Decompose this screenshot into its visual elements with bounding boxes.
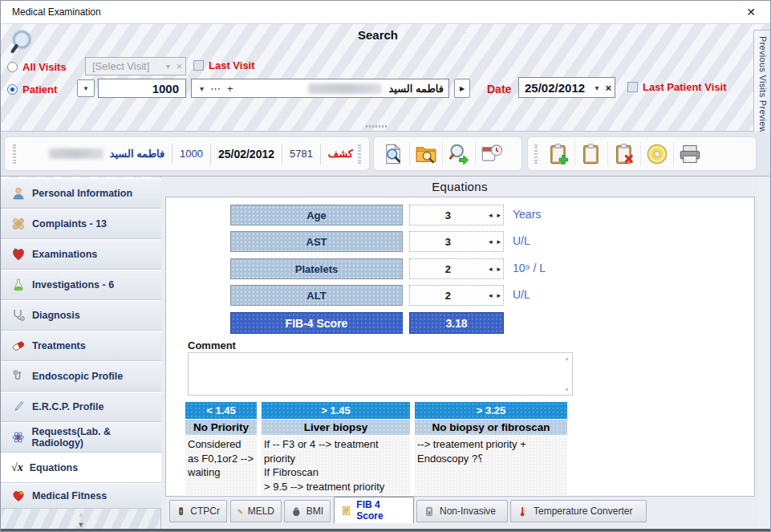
- sidebar-item-label: Equations: [30, 462, 78, 473]
- age-value[interactable]: 3: [410, 209, 486, 221]
- comment-textarea[interactable]: [188, 352, 573, 396]
- ref-range: < 1.45: [185, 402, 257, 419]
- browse-visits-button[interactable]: [410, 140, 442, 169]
- drag-grip[interactable]: [534, 144, 538, 164]
- search-visit-button[interactable]: [377, 140, 409, 169]
- tab-meld[interactable]: MELD: [230, 500, 282, 522]
- platelets-button[interactable]: Platelets: [230, 258, 403, 279]
- age-button[interactable]: Age: [230, 205, 403, 225]
- sidebar-item-complaints[interactable]: Complaints - 13: [1, 209, 161, 239]
- ref-column-low: < 1.45 No Priority Considered as F0,1or2…: [185, 402, 257, 495]
- search-go-button[interactable]: [443, 140, 475, 169]
- drag-grip[interactable]: [13, 144, 16, 164]
- sidebar: Personal Information Complaints - 13 Exa…: [1, 177, 161, 530]
- all-visits-radio[interactable]: [7, 62, 18, 72]
- sidebar-item-diagnosis[interactable]: Diagnosis: [1, 300, 161, 331]
- sidebar-item-medical-fitness[interactable]: Medical Fitness: [1, 483, 161, 509]
- comment-label: Comment: [188, 339, 236, 351]
- tab-ctpcr[interactable]: CTPCr: [169, 500, 227, 522]
- probe-icon: [11, 400, 26, 414]
- sidebar-item-investigations[interactable]: Investigations - 6: [1, 270, 161, 300]
- ref-body: If -- F3 or 4 --> treatment priority If …: [262, 436, 410, 495]
- equations-content: Age 3 ◂ ▸ Years AST 3 ◂ ▸ U/L Platelets …: [165, 197, 755, 497]
- sidebar-item-treatments[interactable]: Treatments: [1, 331, 161, 361]
- last-patient-visit-row: Last Patient Visit: [627, 81, 727, 93]
- open-record-button[interactable]: [575, 140, 607, 169]
- tab-non-invasive[interactable]: Non-Invasive: [416, 500, 508, 522]
- print-button[interactable]: [674, 140, 706, 169]
- sidebar-item-requests[interactable]: Requests(Lab. & Radiology): [1, 422, 161, 453]
- spin-left-icon[interactable]: ◂: [486, 211, 495, 219]
- sidebar-item-equations[interactable]: √x Equations: [1, 453, 161, 483]
- close-icon[interactable]: ✕: [743, 6, 759, 18]
- tab-temperature-converter[interactable]: Temperature Converter: [510, 500, 647, 522]
- export-cd-button[interactable]: [641, 140, 673, 169]
- combo-dropdown-icon[interactable]: ▾: [197, 84, 207, 93]
- patient-label: Patient: [22, 83, 57, 95]
- age-spinner[interactable]: 3 ◂ ▸: [409, 205, 504, 225]
- patient-radio[interactable]: [7, 84, 18, 95]
- scroll-up-icon[interactable]: ▲: [1, 510, 161, 520]
- platelets-spinner[interactable]: 2 ◂ ▸: [409, 258, 504, 279]
- redacted-name-blob: [49, 148, 103, 159]
- clipboard-icon: [580, 143, 603, 165]
- visit-date-button[interactable]: [476, 140, 508, 169]
- fitness-heart-icon: [11, 489, 26, 503]
- tab-label: Temperature Converter: [534, 506, 632, 517]
- visit-info-group: فاطمه السيد 1000 25/02/2012 5781 كشف: [4, 136, 370, 171]
- textarea-scroll-down-icon[interactable]: ▼: [564, 387, 570, 392]
- last-visit-checkbox[interactable]: [193, 60, 204, 71]
- spin-right-icon[interactable]: ▸: [494, 211, 503, 219]
- sidebar-scroll-arrows: ▲ ▼: [1, 510, 161, 530]
- ast-spinner[interactable]: 3 ◂ ▸: [409, 231, 504, 252]
- window-bottom-border: [1, 529, 770, 532]
- folder-search-icon: [415, 143, 437, 165]
- sidebar-item-ercp-profile[interactable]: E.R.C.P. Profile: [1, 392, 161, 422]
- all-visits-label: All Visits: [22, 61, 67, 73]
- combo-plus-icon[interactable]: +: [224, 83, 237, 95]
- combo-resize-grip[interactable]: [366, 125, 387, 128]
- ref-title: No Priority: [185, 420, 257, 435]
- combo-ellipsis-icon[interactable]: ⋯: [207, 83, 224, 95]
- patient-name-combo[interactable]: ▾ ⋯ + فاطمه السيد: [191, 79, 449, 98]
- spin-right-icon[interactable]: ▸: [494, 265, 503, 273]
- pill-icon: [11, 339, 26, 353]
- patient-dropdown-button[interactable]: ▾: [77, 79, 95, 97]
- spin-right-icon[interactable]: ▸: [494, 238, 503, 246]
- endoscope-icon: [11, 369, 26, 384]
- textarea-scroll-up-icon[interactable]: ▲: [564, 355, 570, 361]
- sidebar-item-label: Personal Information: [32, 188, 132, 199]
- next-patient-button[interactable]: ▶: [454, 79, 470, 98]
- sidebar-item-examinations[interactable]: Examinations: [1, 239, 161, 270]
- spin-left-icon[interactable]: ◂: [486, 291, 495, 299]
- platelets-value[interactable]: 2: [410, 263, 486, 275]
- sidebar-item-endoscopic-profile[interactable]: Endoscopic Profile: [1, 361, 161, 392]
- date-dropdown-icon[interactable]: ▾: [591, 83, 602, 92]
- ast-value[interactable]: 3: [410, 236, 486, 248]
- toolbar-visit-code: 5781: [290, 148, 313, 160]
- sidebar-item-personal-information[interactable]: Personal Information: [1, 178, 161, 209]
- traffic-light-icon: [177, 506, 185, 518]
- alt-button[interactable]: ALT: [230, 285, 403, 306]
- previous-visits-preview-tab[interactable]: Previous Visits Preview: [753, 30, 771, 140]
- patient-id-input[interactable]: [98, 79, 186, 98]
- person-icon: [11, 186, 26, 201]
- ast-button[interactable]: AST: [230, 231, 403, 252]
- redacted-name-blob: [308, 83, 382, 94]
- spin-left-icon[interactable]: ◂: [486, 238, 495, 246]
- delete-record-button[interactable]: [608, 140, 640, 169]
- new-record-button[interactable]: [542, 140, 574, 169]
- tab-fib4-score[interactable]: FIB 4 Score: [334, 497, 414, 523]
- select-visit-dropdown-icon: ▾: [163, 62, 173, 71]
- alt-value[interactable]: 2: [410, 290, 486, 302]
- alt-spinner[interactable]: 2 ◂ ▸: [409, 285, 504, 306]
- last-patient-visit-checkbox[interactable]: [627, 82, 638, 92]
- fib4-score-button[interactable]: FIB-4 Score: [230, 312, 403, 334]
- clipboard-add-icon: [547, 143, 570, 165]
- spin-right-icon[interactable]: ▸: [494, 291, 503, 299]
- date-combo[interactable]: 25/02/2012 ▾ ×: [518, 77, 615, 98]
- drag-grip[interactable]: [358, 144, 361, 164]
- date-clear-icon[interactable]: ×: [602, 82, 615, 94]
- spin-left-icon[interactable]: ◂: [486, 265, 495, 273]
- tab-bmi[interactable]: BMI: [284, 500, 331, 522]
